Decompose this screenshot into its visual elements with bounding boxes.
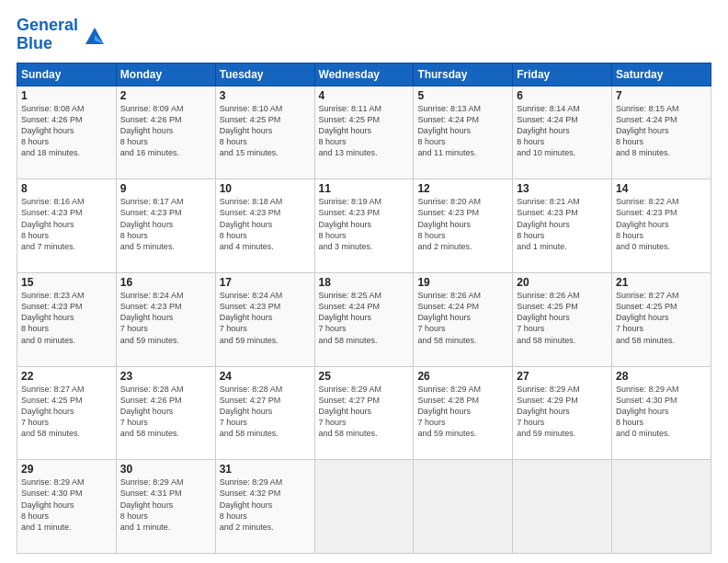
day-cell: 20 Sunrise: 8:26 AMSunset: 4:25 PMDaylig… [513,272,612,366]
logo-blue-text: Blue [17,34,52,52]
dow-header-wednesday: Wednesday [314,63,414,86]
week-row-2: 8 Sunrise: 8:16 AMSunset: 4:23 PMDayligh… [17,179,711,273]
dow-header-thursday: Thursday [414,63,513,86]
day-info: Sunrise: 8:21 AMSunset: 4:23 PMDaylight … [517,196,608,252]
day-number: 16 [120,276,211,289]
header-row: SundayMondayTuesdayWednesdayThursdayFrid… [17,63,711,86]
day-number: 28 [616,370,707,383]
day-number: 15 [21,276,112,289]
day-number: 23 [120,370,211,383]
day-cell: 3 Sunrise: 8:10 AMSunset: 4:25 PMDayligh… [215,86,314,179]
day-cell: 11 Sunrise: 8:19 AMSunset: 4:23 PMDaylig… [314,179,414,273]
day-info: Sunrise: 8:16 AMSunset: 4:23 PMDaylight … [21,196,112,252]
logo-blue: Blue [17,35,78,53]
day-cell [513,460,612,554]
logo-icon [82,22,108,48]
day-cell: 15 Sunrise: 8:23 AMSunset: 4:23 PMDaylig… [17,272,117,366]
day-number: 14 [616,182,707,195]
dow-header-monday: Monday [116,63,215,86]
day-cell: 22 Sunrise: 8:27 AMSunset: 4:25 PMDaylig… [17,366,117,460]
day-info: Sunrise: 8:29 AMSunset: 4:30 PMDaylight … [21,477,112,533]
week-row-1: 1 Sunrise: 8:08 AMSunset: 4:26 PMDayligh… [17,86,711,179]
day-cell: 21 Sunrise: 8:27 AMSunset: 4:25 PMDaylig… [612,272,711,366]
day-info: Sunrise: 8:26 AMSunset: 4:24 PMDaylight … [417,290,508,346]
day-cell: 25 Sunrise: 8:29 AMSunset: 4:27 PMDaylig… [314,366,414,460]
day-info: Sunrise: 8:22 AMSunset: 4:23 PMDaylight … [616,196,707,252]
day-number: 8 [21,182,112,195]
day-info: Sunrise: 8:26 AMSunset: 4:25 PMDaylight … [517,290,608,346]
day-number: 5 [417,89,508,102]
day-cell: 29 Sunrise: 8:29 AMSunset: 4:30 PMDaylig… [17,460,117,554]
day-cell: 2 Sunrise: 8:09 AMSunset: 4:26 PMDayligh… [116,86,215,179]
day-info: Sunrise: 8:29 AMSunset: 4:31 PMDaylight … [120,477,211,533]
day-cell: 10 Sunrise: 8:18 AMSunset: 4:23 PMDaylig… [215,179,314,273]
day-number: 27 [517,370,608,383]
day-cell: 5 Sunrise: 8:13 AMSunset: 4:24 PMDayligh… [414,86,513,179]
day-number: 20 [517,276,608,289]
day-number: 22 [21,370,112,383]
day-info: Sunrise: 8:08 AMSunset: 4:26 PMDaylight … [21,103,112,159]
dow-header-saturday: Saturday [612,63,711,86]
day-cell: 13 Sunrise: 8:21 AMSunset: 4:23 PMDaylig… [513,179,612,273]
day-number: 1 [21,89,112,102]
logo: General Blue [17,17,108,53]
day-number: 31 [220,463,311,476]
day-number: 10 [220,182,311,195]
day-number: 24 [220,370,311,383]
day-number: 2 [120,89,211,102]
calendar-page: General Blue SundayMondayTuesdayWednesda… [0,0,728,563]
header: General Blue [17,17,711,53]
dow-header-sunday: Sunday [17,63,117,86]
day-info: Sunrise: 8:28 AMSunset: 4:26 PMDaylight … [120,384,211,440]
day-info: Sunrise: 8:13 AMSunset: 4:24 PMDaylight … [417,103,508,159]
day-info: Sunrise: 8:29 AMSunset: 4:27 PMDaylight … [319,384,410,440]
day-info: Sunrise: 8:09 AMSunset: 4:26 PMDaylight … [120,103,211,159]
day-info: Sunrise: 8:27 AMSunset: 4:25 PMDaylight … [616,290,707,346]
day-cell: 23 Sunrise: 8:28 AMSunset: 4:26 PMDaylig… [116,366,215,460]
day-info: Sunrise: 8:19 AMSunset: 4:23 PMDaylight … [319,196,410,252]
day-cell: 28 Sunrise: 8:29 AMSunset: 4:30 PMDaylig… [612,366,711,460]
day-number: 4 [319,89,410,102]
day-cell: 6 Sunrise: 8:14 AMSunset: 4:24 PMDayligh… [513,86,612,179]
day-info: Sunrise: 8:17 AMSunset: 4:23 PMDaylight … [120,196,211,252]
day-cell: 1 Sunrise: 8:08 AMSunset: 4:26 PMDayligh… [17,86,117,179]
day-number: 11 [319,182,410,195]
day-cell: 19 Sunrise: 8:26 AMSunset: 4:24 PMDaylig… [414,272,513,366]
day-info: Sunrise: 8:29 AMSunset: 4:30 PMDaylight … [616,384,707,440]
day-info: Sunrise: 8:10 AMSunset: 4:25 PMDaylight … [220,103,311,159]
day-number: 17 [220,276,311,289]
day-cell: 8 Sunrise: 8:16 AMSunset: 4:23 PMDayligh… [17,179,117,273]
day-cell: 16 Sunrise: 8:24 AMSunset: 4:23 PMDaylig… [116,272,215,366]
calendar-table: SundayMondayTuesdayWednesdayThursdayFrid… [17,63,711,554]
day-cell: 9 Sunrise: 8:17 AMSunset: 4:23 PMDayligh… [116,179,215,273]
day-cell: 24 Sunrise: 8:28 AMSunset: 4:27 PMDaylig… [215,366,314,460]
day-number: 26 [417,370,508,383]
day-info: Sunrise: 8:11 AMSunset: 4:25 PMDaylight … [319,103,410,159]
day-number: 18 [319,276,410,289]
day-number: 29 [21,463,112,476]
day-cell [314,460,414,554]
day-info: Sunrise: 8:29 AMSunset: 4:29 PMDaylight … [517,384,608,440]
day-number: 12 [417,182,508,195]
day-info: Sunrise: 8:23 AMSunset: 4:23 PMDaylight … [21,290,112,346]
day-cell: 7 Sunrise: 8:15 AMSunset: 4:24 PMDayligh… [612,86,711,179]
day-cell: 14 Sunrise: 8:22 AMSunset: 4:23 PMDaylig… [612,179,711,273]
day-info: Sunrise: 8:20 AMSunset: 4:23 PMDaylight … [417,196,508,252]
day-cell [612,460,711,554]
day-cell: 30 Sunrise: 8:29 AMSunset: 4:31 PMDaylig… [116,460,215,554]
day-info: Sunrise: 8:24 AMSunset: 4:23 PMDaylight … [120,290,211,346]
day-cell: 17 Sunrise: 8:24 AMSunset: 4:23 PMDaylig… [215,272,314,366]
day-number: 25 [319,370,410,383]
day-info: Sunrise: 8:28 AMSunset: 4:27 PMDaylight … [220,384,311,440]
day-info: Sunrise: 8:29 AMSunset: 4:28 PMDaylight … [417,384,508,440]
day-cell [414,460,513,554]
day-info: Sunrise: 8:24 AMSunset: 4:23 PMDaylight … [220,290,311,346]
day-number: 3 [220,89,311,102]
day-number: 7 [616,89,707,102]
day-info: Sunrise: 8:25 AMSunset: 4:24 PMDaylight … [319,290,410,346]
week-row-3: 15 Sunrise: 8:23 AMSunset: 4:23 PMDaylig… [17,272,711,366]
logo-text: General [17,17,78,35]
day-number: 13 [517,182,608,195]
dow-header-tuesday: Tuesday [215,63,314,86]
week-row-4: 22 Sunrise: 8:27 AMSunset: 4:25 PMDaylig… [17,366,711,460]
